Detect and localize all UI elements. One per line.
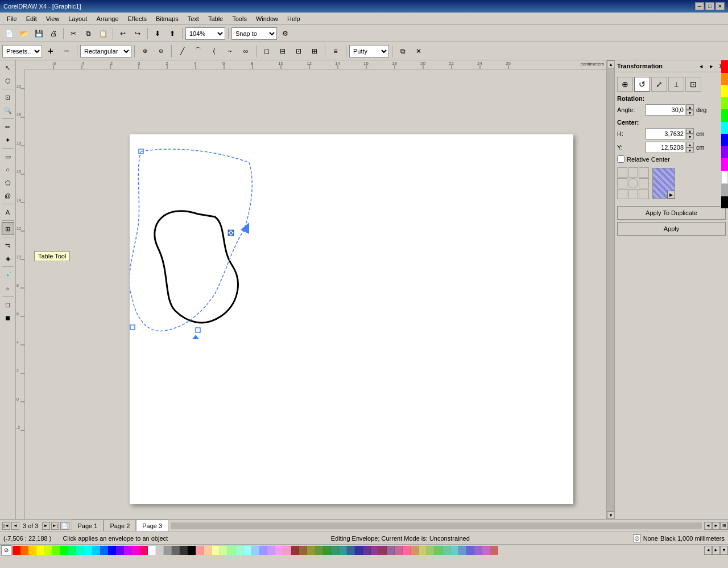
- new-button[interactable]: 📄: [2, 27, 16, 40]
- color-swatch-32[interactable]: [267, 546, 275, 555]
- page-tab-1[interactable]: Page 1: [72, 520, 104, 531]
- color-eyedropper[interactable]: 💉: [2, 269, 14, 281]
- center-cell-br[interactable]: [639, 189, 649, 199]
- menu-item-file[interactable]: File: [2, 14, 22, 23]
- open-button[interactable]: 📂: [17, 27, 31, 40]
- palette-left[interactable]: ◄: [704, 546, 712, 555]
- scroll-track-v[interactable]: [607, 68, 614, 511]
- color-swatch-60[interactable]: [490, 546, 498, 555]
- menu-item-help[interactable]: Help: [283, 14, 305, 23]
- mode-select[interactable]: Rectangular Freehand Contour: [80, 45, 131, 57]
- env-keep-lines[interactable]: ≡: [328, 44, 343, 59]
- y-input[interactable]: [646, 142, 685, 153]
- center-cell-ml[interactable]: [617, 178, 627, 188]
- color-swatch-15[interactable]: [132, 546, 140, 555]
- table-tool[interactable]: ⊞: [2, 223, 14, 235]
- color-swatch-19[interactable]: [164, 546, 172, 555]
- color-swatch-24[interactable]: [204, 546, 212, 555]
- redo-button[interactable]: ↪: [131, 27, 144, 40]
- selection-tool[interactable]: ↖: [2, 61, 14, 74]
- color-swatch-30[interactable]: [251, 546, 259, 555]
- center-cell-bl[interactable]: [617, 189, 627, 199]
- color-swatch-44[interactable]: [363, 546, 371, 555]
- color-swatch-29[interactable]: [243, 546, 251, 555]
- maximize-button[interactable]: □: [705, 2, 714, 10]
- page-prev[interactable]: ◄: [11, 522, 19, 530]
- transform-tab-skew[interactable]: ⟂: [668, 77, 684, 92]
- angle-up[interactable]: ▲: [686, 104, 694, 110]
- scroll-up-button[interactable]: ▲: [607, 60, 614, 68]
- close-button[interactable]: ✕: [715, 2, 725, 10]
- zoom-select[interactable]: 104% 100% 75% 50%: [185, 27, 225, 40]
- snap-select[interactable]: Snap to: [231, 27, 277, 40]
- menu-item-tools[interactable]: Tools: [228, 14, 251, 23]
- color-swatch-36[interactable]: [299, 546, 307, 555]
- page-tab-3[interactable]: Page 3: [136, 520, 168, 531]
- center-cell-bc[interactable]: [628, 189, 638, 199]
- ellipse-tool[interactable]: ○: [2, 163, 14, 176]
- color-swatch-26[interactable]: [220, 546, 228, 555]
- color-swatch-31[interactable]: [259, 546, 267, 555]
- color-swatch-41[interactable]: [339, 546, 347, 555]
- paste-button[interactable]: 📋: [96, 27, 110, 40]
- remove-preset-button[interactable]: −: [59, 44, 74, 59]
- color-swatch-45[interactable]: [371, 546, 379, 555]
- node-bottom[interactable]: [196, 328, 200, 332]
- menu-item-view[interactable]: View: [42, 14, 64, 23]
- color-swatch-39[interactable]: [323, 546, 331, 555]
- color-swatch-59[interactable]: [482, 546, 490, 555]
- color-swatch-58[interactable]: [474, 546, 482, 555]
- color-swatch-33[interactable]: [275, 546, 283, 555]
- color-swatch-3[interactable]: [36, 546, 44, 555]
- fill-tool[interactable]: ◼: [2, 311, 14, 324]
- color-swatch-38[interactable]: [315, 546, 323, 555]
- env-delete-node[interactable]: ⊖: [154, 44, 168, 59]
- apply-button[interactable]: Apply: [617, 222, 726, 236]
- page-tab-2[interactable]: Page 2: [104, 520, 136, 531]
- canvas-area[interactable]: centimeters -6 -4 -2 0 2: [16, 60, 614, 519]
- center-cell-tl[interactable]: [617, 167, 627, 178]
- transform-tab-mirror[interactable]: ⊡: [685, 77, 701, 92]
- page-next[interactable]: ►: [42, 522, 50, 530]
- color-swatch-6[interactable]: [60, 546, 68, 555]
- color-swatch-11[interactable]: [100, 546, 108, 555]
- color-swatch-51[interactable]: [419, 546, 427, 555]
- color-swatch-25[interactable]: [212, 546, 220, 555]
- h-scroll-track[interactable]: [171, 522, 702, 529]
- menu-item-edit[interactable]: Edit: [22, 14, 42, 23]
- y-up[interactable]: ▲: [686, 142, 694, 147]
- color-swatch-57[interactable]: [466, 546, 474, 555]
- outline-tool[interactable]: ◻: [2, 298, 14, 311]
- cut-button[interactable]: ✂: [67, 27, 80, 40]
- text-tool[interactable]: A: [2, 206, 14, 219]
- menu-item-bitmaps[interactable]: Bitmaps: [151, 14, 183, 23]
- color-swatch-42[interactable]: [347, 546, 355, 555]
- color-swatch-56[interactable]: [458, 546, 466, 555]
- color-swatch-37[interactable]: [307, 546, 315, 555]
- color-swatch-2[interactable]: [28, 546, 36, 555]
- scroll-down-button[interactable]: ▼: [607, 511, 614, 519]
- color-swatch-16[interactable]: [140, 546, 148, 555]
- color-swatch-12[interactable]: [108, 546, 116, 555]
- color-swatch-1[interactable]: [20, 546, 28, 555]
- color-swatch-21[interactable]: [180, 546, 188, 555]
- color-swatch-46[interactable]: [379, 546, 387, 555]
- scroll-left[interactable]: ◄: [704, 522, 712, 530]
- apply-to-duplicate-button[interactable]: Apply To Duplicate: [617, 206, 726, 220]
- color-swatch-28[interactable]: [235, 546, 243, 555]
- putty-select[interactable]: Putty: [349, 45, 389, 57]
- node-bl[interactable]: [130, 325, 135, 330]
- color-swatch-13[interactable]: [116, 546, 124, 555]
- color-swatch-47[interactable]: [387, 546, 395, 555]
- angle-input[interactable]: [646, 104, 685, 116]
- env-line[interactable]: ╱: [175, 44, 189, 59]
- palette-expand[interactable]: ▼: [720, 546, 728, 555]
- env-smooth[interactable]: ~: [222, 44, 237, 59]
- h-up[interactable]: ▲: [686, 128, 694, 134]
- presets-select[interactable]: Presets...: [2, 45, 42, 57]
- center-cell-tr[interactable]: [639, 167, 649, 178]
- menu-item-layout[interactable]: Layout: [64, 14, 92, 23]
- import-button[interactable]: ⬇: [151, 27, 164, 40]
- color-swatch-0[interactable]: [13, 546, 20, 555]
- env-single[interactable]: ◻: [259, 44, 274, 59]
